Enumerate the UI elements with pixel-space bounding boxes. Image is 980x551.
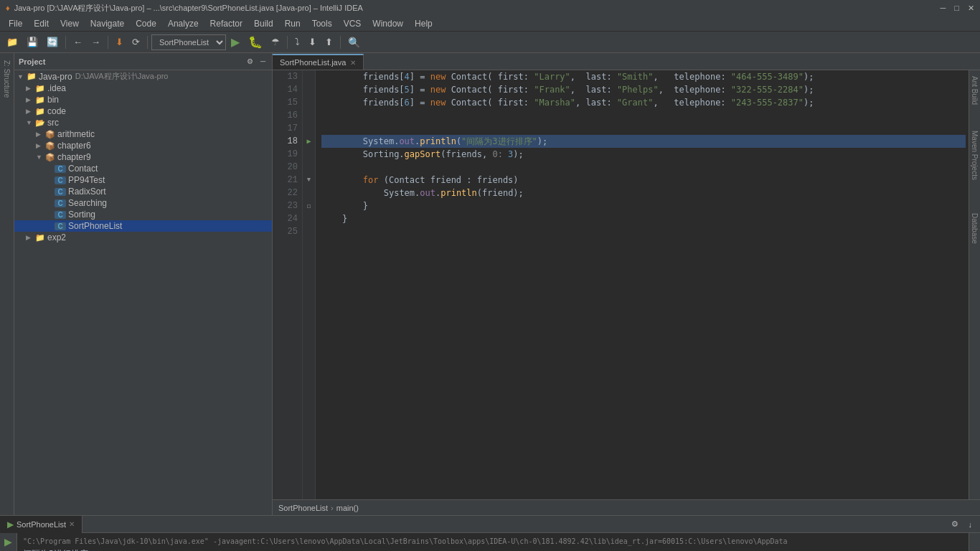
coverage-btn[interactable]: ☂ [268,34,283,50]
breadcrumb-method[interactable]: main() [336,504,359,512]
run-btn[interactable]: ▶ [227,33,243,51]
tree-label-SortPhoneList: SortPhoneList [68,221,122,231]
tree-item-chapter6[interactable]: ▶ 📦 chapter6 [14,140,272,151]
code-editor[interactable]: friends[4] = new Contact( first: "Larry"… [316,70,971,499]
java-icon-Contact: C [55,165,66,173]
project-panel-header: Project ⚙ ─ [14,53,272,70]
tree-item-code[interactable]: ▶ 📁 code [14,105,272,117]
toolbar-save-btn[interactable]: 💾 [23,34,42,50]
fold-icon-23: ◻ [307,202,311,210]
search-everywhere-btn[interactable]: 🔍 [344,34,364,50]
folder-icon-code: 📁 [34,107,46,116]
window-title: Java-pro [D:\JAVA程序设计\Java-pro] – ...\sr… [14,3,363,14]
tab-close-SortPhoneList[interactable]: ✕ [350,59,356,67]
toolbar-back-btn[interactable]: ← [70,34,86,50]
tree-item-exp2[interactable]: ▶ 📁 exp2 [14,232,272,243]
folder-icon-exp2: 📁 [34,233,46,242]
tree-label-exp2: exp2 [47,232,66,242]
tree-arrow-arithmetic: ▶ [36,131,44,138]
toolbar-build-btn[interactable]: ⬇ [112,34,127,50]
tree-arrow-idea: ▶ [26,85,34,92]
close-button[interactable]: ✕ [968,4,974,13]
gutter: ▶ ▼ ◻ [303,70,316,499]
toolbar-sync-btn[interactable]: 🔄 [43,34,62,50]
menu-item-build[interactable]: Build [248,17,279,30]
package-icon-chapter9: 📦 [44,153,56,162]
tree-item-arithmetic[interactable]: ▶ 📦 arithmetic [14,128,272,140]
tree-label-code: code [47,106,66,116]
minimize-button[interactable]: ─ [941,4,946,13]
debug-btn[interactable]: 🐛 [245,33,266,51]
menu-item-edit[interactable]: Edit [28,17,55,30]
line-num-22: 22 [277,187,298,199]
tree-label-Searching: Searching [68,198,107,208]
tree-item-Contact[interactable]: C Contact [14,163,272,174]
tree-item-root[interactable]: ▼ 📁 Java-pro D:\JAVA程序设计\Java-pro [14,70,272,83]
structure-btn[interactable]: Z: Structure [2,57,11,100]
tree-label-arithmetic: arithmetic [57,129,95,139]
run-scrollbar[interactable] [969,533,980,551]
tree-item-bin[interactable]: ▶ 📁 bin [14,94,272,105]
tree-item-Searching[interactable]: C Searching [14,197,272,209]
tree-item-chapter9[interactable]: ▼ 📦 chapter9 [14,151,272,163]
code-line-17 [321,122,966,135]
menu-item-vcs[interactable]: VCS [338,17,367,30]
step-out-btn[interactable]: ⬆ [321,34,336,50]
tab-SortPhoneList[interactable]: SortPhoneList.java ✕ [273,54,364,70]
code-area: 13 14 15 16 17 18 19 20 21 22 23 24 25 [273,70,980,499]
ant-build-tab[interactable]: Ant Build [971,76,979,105]
menu-item-code[interactable]: Code [130,17,162,30]
menu-item-file[interactable]: File [3,17,28,30]
toolbar-open-btn[interactable]: 📁 [3,34,22,50]
java-icon-PP94Test: C [55,176,66,184]
line-numbers: 13 14 15 16 17 18 19 20 21 22 23 24 25 [273,70,303,499]
menu-item-window[interactable]: Window [367,17,409,30]
database-tab[interactable]: Database [971,213,979,244]
run-settings-btn[interactable]: ⚙ [948,517,962,531]
tree-label-bin: bin [47,95,59,105]
code-line-24: } [321,212,966,225]
rerun-btn[interactable]: ▶ [4,536,12,547]
tree-label-root: Java-pro [39,72,72,82]
run-tab-label: SortPhoneList [17,520,66,529]
menu-item-navigate[interactable]: Navigate [85,17,130,30]
tree-label-Contact: Contact [68,164,98,174]
line-num-19: 19 [277,148,298,161]
run-tab-close[interactable]: ✕ [69,520,75,528]
menu-item-run[interactable]: Run [279,17,306,30]
tree-item-Sorting[interactable]: C Sorting [14,209,272,220]
tree-label-Sorting: Sorting [68,209,95,220]
tree-item-SortPhoneList[interactable]: C SortPhoneList [14,220,272,232]
step-into-btn[interactable]: ⬇ [305,34,320,50]
menu-item-refactor[interactable]: Refactor [204,17,248,30]
tree-item-RadixSort[interactable]: C RadixSort [14,186,272,197]
tab-label-SortPhoneList: SortPhoneList.java [280,58,346,67]
breadcrumb-file[interactable]: SortPhoneList [278,504,328,512]
run-close-btn[interactable]: ↓ [965,518,976,531]
left-sidebar: Z: Structure [0,53,14,515]
project-tree: ▼ 📁 Java-pro D:\JAVA程序设计\Java-pro ▶ 📁 .i… [14,70,272,515]
tree-item-idea[interactable]: ▶ 📁 .idea [14,83,272,94]
tree-item-PP94Test[interactable]: C PP94Test [14,174,272,186]
toolbar-forward-btn[interactable]: → [88,34,104,50]
maximize-button[interactable]: □ [954,4,959,13]
menu-item-view[interactable]: View [55,17,85,30]
tree-item-src[interactable]: ▼ 📂 src [14,117,272,128]
step-over-btn[interactable]: ⤵ [291,34,303,50]
run-tab-SortPhoneList[interactable]: ▶ SortPhoneList ✕ [0,516,83,533]
project-title: Project [19,57,45,66]
menu-item-analyze[interactable]: Analyze [162,17,204,30]
menu-item-help[interactable]: Help [409,17,438,30]
line-num-25: 25 [277,225,298,238]
menu-bar: FileEditViewNavigateCodeAnalyzeRefactorB… [0,16,980,32]
run-config-dropdown[interactable]: SortPhoneList [151,34,226,50]
code-line-23: } [321,199,966,212]
toolbar-rebuild-btn[interactable]: ⟳ [128,34,143,50]
project-settings-btn[interactable]: ⚙ [245,57,255,66]
menu-item-tools[interactable]: Tools [306,17,338,30]
breadcrumb: SortPhoneList › main() [273,499,980,515]
maven-projects-tab[interactable]: Maven Projects [971,131,979,180]
line-num-13: 13 [277,70,298,83]
output-line-header: 间隔为3进行排序 [23,547,963,551]
project-collapse-btn[interactable]: ─ [258,57,268,66]
